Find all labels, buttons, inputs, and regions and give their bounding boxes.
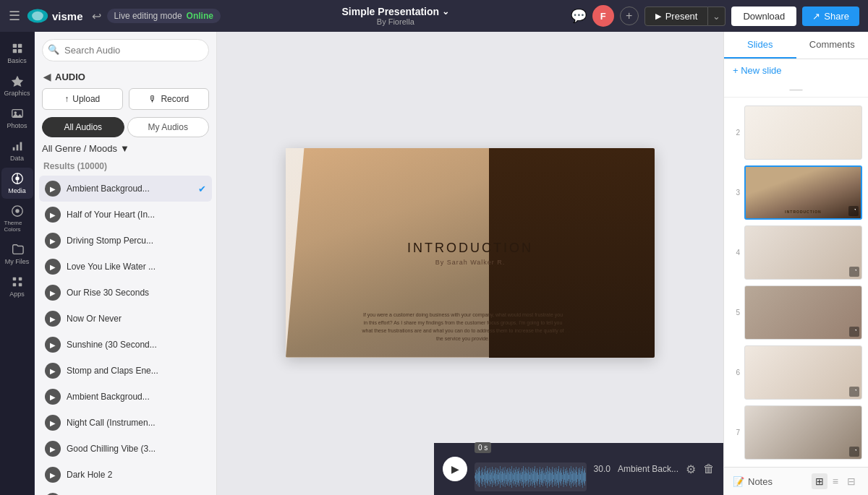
timeline-waveform[interactable] <box>475 462 587 491</box>
record-button[interactable]: 🎙 Record <box>129 88 210 110</box>
list-item[interactable]: ▶ Now Or Never <box>39 306 212 332</box>
nav-item-basics[interactable]: Basics <box>1 38 33 69</box>
waveform-container[interactable]: 0 s <box>475 451 587 487</box>
tab-comments[interactable]: Comments <box>796 32 869 59</box>
nav-item-theme-colors[interactable]: Theme Colors <box>1 200 33 237</box>
expand-icon-4 <box>849 267 859 277</box>
presentation-title[interactable]: Simple Presentation ⌄ <box>226 6 565 17</box>
slide-thumb-4[interactable] <box>744 225 862 280</box>
list-item[interactable]: ▶ Sunshine (30 Second... <box>39 332 212 358</box>
list-item[interactable]: ▶ Stomp and Claps Ene... <box>39 358 212 384</box>
track-play-button-1[interactable]: ▶ <box>45 207 61 223</box>
list-item[interactable]: ▶ Ambient Backgroud... ✔ <box>39 176 212 202</box>
svg-rect-2 <box>12 44 16 48</box>
svg-rect-20 <box>18 277 22 281</box>
slide-thumb-6[interactable] <box>744 345 862 400</box>
share-button[interactable]: ↗ Share <box>802 7 859 26</box>
track-play-button-8[interactable]: ▶ <box>45 389 61 405</box>
upload-button[interactable]: ↑ Upload <box>42 88 123 110</box>
genre-label[interactable]: All Genre / Moods ▼ <box>42 143 129 154</box>
track-play-button-11[interactable]: ▶ <box>45 467 61 483</box>
undo-icon[interactable]: ↩ <box>92 9 101 23</box>
svg-rect-77 <box>508 473 509 481</box>
track-play-button-2[interactable]: ▶ <box>45 233 61 249</box>
tab-all-audios[interactable]: All Audios <box>42 117 124 137</box>
comment-button[interactable]: 💬 <box>571 8 587 24</box>
back-arrow-icon[interactable]: ◀ <box>43 72 51 82</box>
svg-rect-72 <box>505 467 506 487</box>
svg-rect-94 <box>518 471 519 483</box>
track-play-button-7[interactable]: ▶ <box>45 363 61 379</box>
track-play-button-9[interactable]: ▶ <box>45 415 61 431</box>
list-item[interactable]: ▶ Half of Your Heart (In... <box>39 202 212 228</box>
svg-rect-95 <box>519 468 519 486</box>
audio-timeline: ▶ 0 s <box>434 443 723 495</box>
visme-logo-icon <box>26 8 49 24</box>
notes-button[interactable]: 📝 Notes <box>733 476 806 487</box>
svg-rect-109 <box>527 473 528 481</box>
download-button[interactable]: Download <box>731 7 796 26</box>
list-item[interactable]: ▶ Good Chilling Vibe (3... <box>39 436 212 462</box>
svg-rect-136 <box>544 470 545 483</box>
svg-rect-103 <box>524 470 524 484</box>
track-name-11: Dark Hole 2 <box>67 470 206 480</box>
svg-rect-79 <box>509 468 510 486</box>
slide-thumb-3[interactable]: INTRODUCTION <box>744 165 862 220</box>
online-status: Online <box>187 11 213 21</box>
svg-rect-118 <box>533 474 534 480</box>
slide-canvas[interactable]: INTRODUCTION By Sarah Walker R. If you w… <box>286 148 655 358</box>
svg-rect-78 <box>509 471 509 483</box>
track-name-8: Ambient Backgroud... <box>67 392 206 402</box>
menu-icon[interactable]: ☰ <box>9 8 20 24</box>
add-collaborator-button[interactable]: + <box>620 7 639 25</box>
svg-rect-65 <box>501 471 501 483</box>
track-play-button-5[interactable]: ▶ <box>45 311 61 327</box>
view-list-button[interactable]: ≡ <box>829 473 842 489</box>
tab-slides[interactable]: Slides <box>724 32 796 59</box>
present-label: Present <box>665 11 698 22</box>
present-button[interactable]: ▶ Present <box>644 7 709 26</box>
slide-thumb-5[interactable] <box>744 285 862 340</box>
track-play-button-3[interactable]: ▶ <box>45 259 61 275</box>
nav-item-apps[interactable]: Apps <box>1 271 33 302</box>
my-files-icon <box>11 243 24 256</box>
list-item[interactable]: ▶ Fortitude - Light Mix ... <box>39 488 212 495</box>
track-name-5: Now Or Never <box>67 314 206 324</box>
track-play-button-10[interactable]: ▶ <box>45 441 61 457</box>
nav-item-media[interactable]: Media <box>1 168 33 199</box>
svg-rect-54 <box>494 469 495 485</box>
search-icon: 🔍 <box>48 43 59 54</box>
nav-item-graphics[interactable]: Graphics <box>1 70 33 101</box>
search-input[interactable] <box>42 39 209 61</box>
list-item[interactable]: ▶ Night Call (Instrumen... <box>39 410 212 436</box>
list-item[interactable]: ▶ Ambient Backgroud... <box>39 384 212 410</box>
slide-thumb-text-3: INTRODUCTION <box>746 210 861 214</box>
new-slide-button[interactable]: + New slide <box>724 59 868 82</box>
list-item[interactable]: ▶ Dark Hole 2 <box>39 462 212 488</box>
present-dropdown-button[interactable]: ⌄ <box>708 7 726 26</box>
svg-point-1 <box>32 12 43 21</box>
slide-thumb-7[interactable] <box>744 405 862 460</box>
view-grid-button[interactable]: ⊞ <box>812 473 827 489</box>
list-item[interactable]: ▶ Love You Like Water ... <box>39 254 212 280</box>
track-play-button-6[interactable]: ▶ <box>45 337 61 353</box>
tab-my-audios[interactable]: My Audios <box>127 117 210 137</box>
svg-rect-87 <box>514 468 515 486</box>
svg-rect-101 <box>522 472 523 482</box>
slide-body-text: If you were a customer doing business wi… <box>362 311 564 343</box>
list-item[interactable]: ▶ Driving Stomp Percu... <box>39 228 212 254</box>
track-play-button-4[interactable]: ▶ <box>45 285 61 301</box>
list-item[interactable]: ▶ Our Rise 30 Seconds <box>39 280 212 306</box>
timeline-play-button[interactable]: ▶ <box>443 457 467 481</box>
nav-item-data[interactable]: Data <box>1 135 33 166</box>
svg-rect-99 <box>522 475 522 479</box>
timeline-delete-button[interactable]: 🗑 <box>703 462 715 475</box>
svg-rect-159 <box>558 469 558 485</box>
slide-thumb-2[interactable] <box>744 106 862 160</box>
nav-item-my-files[interactable]: My Files <box>1 238 33 270</box>
view-filmstrip-button[interactable]: ⊟ <box>843 473 859 489</box>
track-play-button-0[interactable]: ▶ <box>45 181 61 197</box>
nav-item-photos[interactable]: Photos <box>1 103 33 134</box>
timeline-settings-button[interactable]: ⚙ <box>686 462 696 476</box>
live-editing-label: Live editing mode <box>114 11 182 21</box>
